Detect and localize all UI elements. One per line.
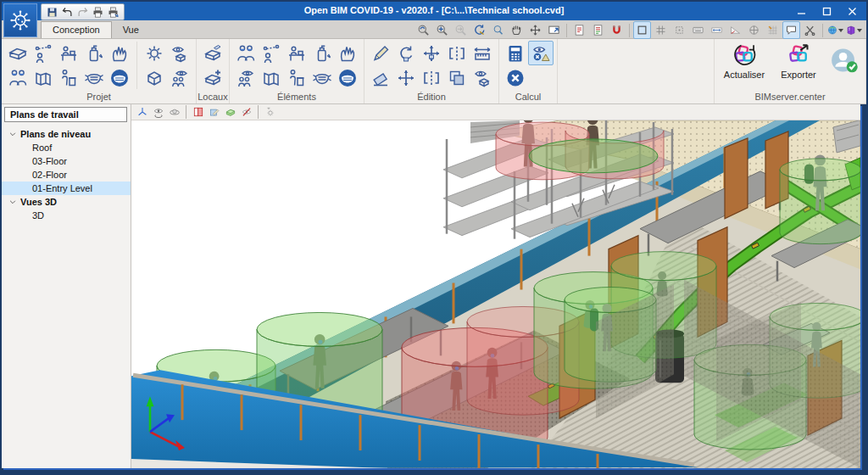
tree-item-3d[interactable]: 3D <box>2 209 131 222</box>
project-beds-button[interactable] <box>5 41 31 65</box>
project-distances-button[interactable] <box>31 41 56 65</box>
element-people-pair-button[interactable] <box>233 41 259 65</box>
grid-icon[interactable] <box>652 21 670 39</box>
import-dwg-icon[interactable] <box>570 21 588 39</box>
axis-tripod-icon[interactable] <box>135 105 149 119</box>
add-room-button[interactable] <box>200 65 225 90</box>
move-button[interactable] <box>393 65 419 90</box>
3d-viewport[interactable] <box>131 120 860 468</box>
drawing-grid-icon[interactable] <box>764 21 782 39</box>
snap-magnet-icon[interactable] <box>608 21 626 39</box>
globe-icon[interactable] <box>826 21 844 39</box>
dimension-icon[interactable] <box>708 21 726 39</box>
element-ppe-button[interactable] <box>335 65 360 90</box>
snap-grid-icon[interactable] <box>670 21 688 39</box>
furniture-icon[interactable] <box>223 105 237 119</box>
project-partitions-button[interactable] <box>31 65 56 90</box>
cancel-calculation-button[interactable] <box>503 65 528 90</box>
keyboard-input-icon[interactable] <box>689 21 707 39</box>
edit-pencil-button[interactable] <box>368 41 393 65</box>
print-export-icon[interactable] <box>107 6 120 19</box>
ortho-circle-icon[interactable] <box>745 21 763 39</box>
mirror-button[interactable] <box>419 65 444 90</box>
erase-button[interactable] <box>368 65 393 90</box>
ribbon-group-calcul: Calcul <box>499 39 558 103</box>
covid-virus-icon[interactable] <box>3 3 37 37</box>
selection-rectangle-icon[interactable] <box>633 21 651 39</box>
close-button[interactable] <box>839 2 865 20</box>
comment-bubble-icon[interactable] <box>782 21 800 39</box>
view-element-button[interactable] <box>470 65 495 90</box>
minimize-button[interactable] <box>788 2 814 20</box>
tree-item-01-entry-level[interactable]: 01-Entry Level <box>2 182 131 195</box>
view-rotation-icon[interactable] <box>151 105 165 119</box>
ribbon-group-label: Édition <box>364 91 498 103</box>
project-workstations-button[interactable] <box>56 41 81 65</box>
pan-icon[interactable] <box>508 21 526 39</box>
project-ppe-button[interactable] <box>107 65 132 90</box>
tab-conception[interactable]: Conception <box>41 21 112 38</box>
redraw-icon[interactable] <box>470 21 488 39</box>
project-settings-button[interactable] <box>142 41 167 65</box>
symmetry-button[interactable] <box>444 41 470 65</box>
bimserver-export-button[interactable]: Exporter <box>772 41 825 80</box>
zoom-extents-icon[interactable] <box>433 21 451 39</box>
tree-item-roof[interactable]: Roof <box>2 141 131 154</box>
project-people-button[interactable] <box>5 65 31 90</box>
undo-icon[interactable] <box>61 6 74 19</box>
element-partition-button[interactable] <box>259 65 284 90</box>
project-3d-view-button[interactable] <box>142 65 167 90</box>
main-area: Plans de travail Plans de niveau Roof 03… <box>2 104 866 474</box>
tree-group-3d-views[interactable]: Vues 3D <box>2 195 131 209</box>
workplane-icon[interactable] <box>191 105 205 119</box>
project-sanitizer-button[interactable] <box>81 41 107 65</box>
zoom-previous-icon[interactable] <box>452 21 470 39</box>
copy-button[interactable] <box>444 65 470 90</box>
ribbon-group-elements: Éléments <box>230 39 364 103</box>
3d-settings-icon[interactable] <box>263 105 277 119</box>
move-node-button[interactable] <box>419 41 444 65</box>
element-workstation-button[interactable] <box>284 41 309 65</box>
ribbon-group-locaux: Locaux <box>197 39 230 103</box>
tree-group-levels[interactable]: Plans de niveau <box>2 127 131 141</box>
user-account-icon[interactable] <box>830 46 859 75</box>
move-view-icon[interactable] <box>526 21 544 39</box>
project-gloves-button[interactable] <box>107 41 132 65</box>
view-toolbar <box>415 21 863 39</box>
edit-room-button[interactable] <box>200 41 225 65</box>
hide-elements-icon[interactable] <box>239 105 253 119</box>
toolbar-separator <box>822 24 823 37</box>
tab-vue[interactable]: Vue <box>112 22 150 38</box>
show-elements-button[interactable] <box>167 41 192 65</box>
measure-button[interactable] <box>470 41 495 65</box>
maximize-button[interactable] <box>814 2 839 20</box>
chevron-down-icon <box>8 198 17 206</box>
calculate-button[interactable] <box>503 41 528 65</box>
save-icon[interactable] <box>46 6 58 19</box>
project-masks-button[interactable] <box>81 65 107 90</box>
show-people-button[interactable] <box>167 65 192 90</box>
tree-item-02-floor[interactable]: 02-Floor <box>2 168 131 182</box>
edit-plane-icon[interactable] <box>207 105 221 119</box>
element-gloves-button[interactable] <box>335 41 360 65</box>
dxf-layers-icon[interactable] <box>589 21 607 39</box>
help-book-icon[interactable] <box>845 21 863 39</box>
redo-icon[interactable] <box>76 6 89 19</box>
element-people-group-button[interactable] <box>233 65 259 90</box>
element-waste-bin-button[interactable] <box>284 65 309 90</box>
element-distance-button[interactable] <box>259 41 284 65</box>
zoom-window-icon[interactable] <box>415 21 432 39</box>
bimserver-update-button[interactable]: Actualiser <box>718 41 771 80</box>
cut-icon[interactable] <box>801 21 819 39</box>
show-errors-button[interactable] <box>528 41 554 65</box>
print-icon[interactable] <box>92 6 104 19</box>
full-screen-icon[interactable] <box>545 21 563 39</box>
element-mask-button[interactable] <box>309 65 335 90</box>
tree-item-03-floor[interactable]: 03-Floor <box>2 154 131 168</box>
rotate-button[interactable] <box>393 41 419 65</box>
element-sanitizer-button[interactable] <box>309 41 335 65</box>
magnifier-icon[interactable] <box>489 21 507 39</box>
protractor-icon[interactable] <box>726 21 744 39</box>
project-waste-bins-button[interactable] <box>56 65 81 90</box>
orbit-icon[interactable] <box>167 105 181 119</box>
